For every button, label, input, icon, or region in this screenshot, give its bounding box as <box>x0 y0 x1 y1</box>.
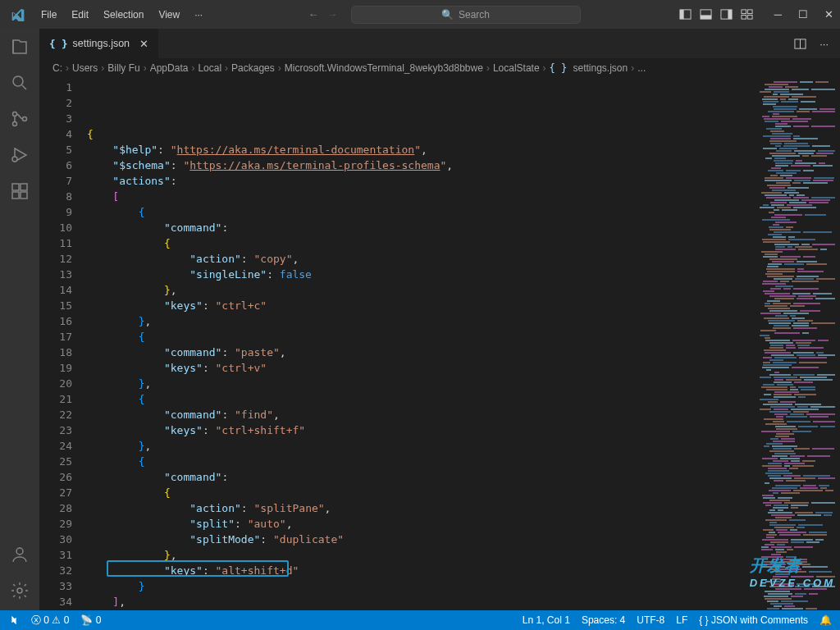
source-control-icon[interactable] <box>10 109 30 129</box>
code-line[interactable]: "command": "find", <box>87 407 754 422</box>
breadcrumb-segment[interactable]: Microsoft.WindowsTerminal_8wekyb3d8bbwe <box>285 62 483 74</box>
status-bar: ⓧ 0 ⚠ 0 📡 0 Ln 1, Col 1 Spaces: 4 UTF-8 … <box>0 610 840 630</box>
minimap[interactable] <box>754 78 840 610</box>
more-actions-icon[interactable]: ··· <box>819 38 829 50</box>
search-icon[interactable] <box>10 73 30 93</box>
titlebar: FileEditSelectionView··· ← → 🔍 Search ─ … <box>0 0 840 29</box>
tab-filename: settings.json <box>73 38 130 49</box>
window-minimize-icon[interactable]: ─ <box>774 8 782 21</box>
search-box[interactable]: 🔍 Search <box>351 6 581 24</box>
menu-item-edit[interactable]: Edit <box>65 6 95 24</box>
status-encoding[interactable]: UTF-8 <box>637 614 664 626</box>
menu-item-view[interactable]: View <box>152 6 186 24</box>
code-line[interactable]: "command": <box>87 469 754 485</box>
code-line[interactable]: "centerOnLaunch": true, <box>87 609 754 610</box>
breadcrumb-segment[interactable]: AppData <box>150 62 189 74</box>
search-placeholder: Search <box>459 9 490 21</box>
explorer-icon[interactable] <box>10 37 30 57</box>
code-line[interactable]: "action": "splitPane", <box>87 500 754 516</box>
vscode-logo-icon <box>11 7 26 22</box>
svg-point-19 <box>16 548 23 555</box>
code-line[interactable]: { <box>87 391 754 407</box>
status-eol[interactable]: LF <box>676 614 687 626</box>
code-line[interactable]: }, <box>87 547 754 563</box>
code-line[interactable]: "command": <box>87 220 754 235</box>
code-line[interactable]: "action": "copy", <box>87 251 754 267</box>
svg-point-10 <box>13 76 23 86</box>
tab-settings-json[interactable]: { } settings.json ✕ <box>39 29 159 58</box>
search-icon: 🔍 <box>441 9 454 21</box>
breadcrumb-segment[interactable]: Packages <box>231 62 275 74</box>
extensions-icon[interactable] <box>10 181 30 201</box>
svg-rect-7 <box>747 10 752 14</box>
code-line[interactable]: "command": "paste", <box>87 345 754 360</box>
code-line[interactable]: "splitMode": "duplicate" <box>87 532 754 547</box>
breadcrumb-segment[interactable]: LocalState <box>493 62 540 74</box>
nav-back-icon[interactable]: ← <box>308 8 319 21</box>
split-editor-icon[interactable] <box>794 38 806 50</box>
code-line[interactable]: { <box>87 485 754 500</box>
breadcrumb-segment[interactable]: Local <box>198 62 221 74</box>
accounts-icon[interactable] <box>10 545 30 564</box>
window-close-icon[interactable]: ✕ <box>824 8 833 21</box>
svg-rect-6 <box>742 10 746 14</box>
code-line[interactable]: "keys": "ctrl+v" <box>87 360 754 376</box>
run-debug-icon[interactable] <box>10 145 30 165</box>
code-line[interactable]: { <box>87 235 754 251</box>
code-line[interactable]: }, <box>87 376 754 391</box>
nav-forward-icon[interactable]: → <box>327 8 338 21</box>
menu-item-selection[interactable]: Selection <box>97 6 150 24</box>
layout-panel-icon[interactable] <box>700 8 712 21</box>
layout-sidebar-right-icon[interactable] <box>720 8 733 21</box>
status-language[interactable]: { } JSON with Comments <box>699 614 808 626</box>
code-line[interactable]: "actions": <box>87 173 754 189</box>
breadcrumb-segment[interactable]: { } settings.json <box>550 62 628 74</box>
code-line[interactable]: "keys": "alt+shift+d" <box>87 563 754 578</box>
code-line[interactable]: ], <box>87 594 754 609</box>
code-line[interactable]: }, <box>87 282 754 298</box>
svg-rect-8 <box>742 15 746 19</box>
layout-sidebar-left-icon[interactable] <box>679 8 692 21</box>
breadcrumb-segment[interactable]: C: <box>52 62 62 74</box>
svg-point-12 <box>13 122 17 126</box>
status-problems[interactable]: ⓧ 0 ⚠ 0 <box>31 614 69 628</box>
tab-close-icon[interactable]: ✕ <box>139 38 148 50</box>
code-line[interactable]: "keys": "ctrl+c" <box>87 298 754 313</box>
nav-arrows: ← → <box>308 8 338 21</box>
window-maximize-icon[interactable]: ☐ <box>798 8 808 21</box>
layout-customize-icon[interactable] <box>741 8 753 21</box>
breadcrumb-segment[interactable]: ... <box>637 62 646 74</box>
menu-item-file[interactable]: File <box>34 6 63 24</box>
code-line[interactable]: { <box>87 204 754 220</box>
code-editor[interactable]: { "$help": "https://aka.ms/terminal-docu… <box>87 78 754 610</box>
breadcrumb-segment[interactable]: Billy Fu <box>107 62 139 74</box>
code-line[interactable]: }, <box>87 313 754 329</box>
breadcrumb-segment[interactable]: Users <box>72 62 98 74</box>
code-line[interactable]: } <box>87 578 754 594</box>
svg-rect-3 <box>701 15 711 19</box>
status-ports[interactable]: 📡 0 <box>80 614 101 626</box>
breadcrumb[interactable]: C:›Users›Billy Fu›AppData›Local›Packages… <box>39 58 840 78</box>
code-line[interactable]: { <box>87 454 754 469</box>
code-line[interactable]: }, <box>87 438 754 454</box>
svg-rect-15 <box>12 184 19 190</box>
code-line[interactable]: "keys": "ctrl+shift+f" <box>87 422 754 438</box>
remote-indicator[interactable] <box>8 614 20 626</box>
settings-gear-icon[interactable] <box>10 581 30 600</box>
code-line[interactable]: "$schema": "https://aka.ms/terminal-prof… <box>87 158 754 173</box>
code-line[interactable]: "singleLine": false <box>87 267 754 282</box>
code-line[interactable]: { <box>87 126 754 142</box>
status-notifications-icon[interactable]: 🔔 <box>819 614 832 626</box>
svg-rect-17 <box>21 192 27 199</box>
code-line[interactable]: { <box>87 329 754 345</box>
code-line[interactable]: [ <box>87 189 754 204</box>
code-line[interactable]: "split": "auto", <box>87 516 754 532</box>
code-line[interactable]: "$help": "https://aka.ms/terminal-docume… <box>87 142 754 158</box>
menu-bar: FileEditSelectionView··· <box>34 6 209 24</box>
status-indentation[interactable]: Spaces: 4 <box>582 614 625 626</box>
svg-rect-18 <box>21 184 27 190</box>
svg-point-13 <box>23 117 27 121</box>
svg-rect-5 <box>728 10 732 19</box>
menu-item-···[interactable]: ··· <box>188 6 209 24</box>
status-cursor-position[interactable]: Ln 1, Col 1 <box>523 614 570 626</box>
